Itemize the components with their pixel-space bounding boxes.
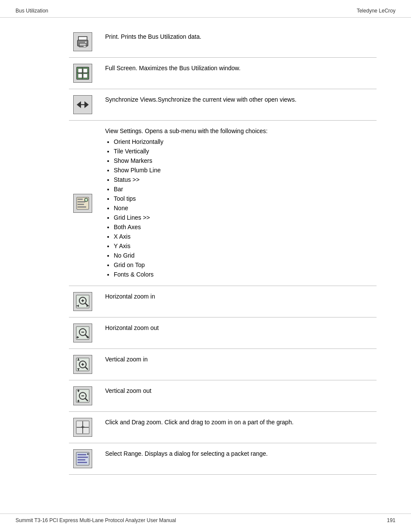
table-row: Horizontal zoom out [69, 317, 377, 349]
sub-menu-list: Orient HorizontallyTile VerticallyShow M… [114, 137, 372, 279]
header-right: Teledyne LeCroy [357, 8, 395, 14]
sub-menu-item: X Axis [114, 232, 372, 241]
table-row: Vertical zoom in [69, 349, 377, 380]
svg-rect-64 [78, 457, 88, 458]
sub-menu-item: Y Axis [114, 242, 372, 251]
sub-menu-item: Fonts & Colors [114, 270, 372, 279]
table-row: View Settings. Opens a sub-menu with the… [69, 121, 377, 286]
footer-right: 191 [387, 517, 395, 523]
icon-table: Print. Prints the Bus Utilization data. … [69, 26, 377, 475]
row-description: Horizontal zoom out [105, 324, 159, 331]
table-row: Horizontal zoom in [69, 286, 377, 317]
icon-cell-sync [69, 89, 101, 121]
sub-menu-item: Orient Horizontally [114, 137, 372, 146]
sub-menu-item: Tile Vertically [114, 147, 372, 156]
sub-menu-item: Status >> [114, 175, 372, 184]
svg-rect-20 [78, 206, 86, 208]
row-description: Vertical zoom out [105, 387, 151, 394]
svg-marker-13 [77, 101, 81, 108]
svg-text:+: + [81, 423, 84, 430]
icon-cell-settings [69, 121, 101, 286]
desc-cell-4: Horizontal zoom in [101, 286, 377, 317]
svg-rect-18 [78, 201, 85, 202]
row-description: Print. Prints the Bus Utilization data. [105, 33, 201, 40]
sub-menu-item: Bar [114, 185, 372, 194]
svg-rect-19 [78, 204, 84, 205]
icon-cell-dragzoom: + [69, 412, 101, 443]
svg-rect-7 [78, 68, 82, 73]
row-description: Synchronize Views.Synchronize the curren… [105, 96, 296, 103]
svg-rect-8 [83, 68, 87, 73]
desc-cell-0: Print. Prints the Bus Utilization data. [101, 26, 377, 58]
table-row: + Click and Drag zoom. Click and drag to… [69, 412, 377, 443]
sub-menu-item: No Grid [114, 251, 372, 260]
icon-cell-hzoomin [69, 286, 101, 317]
desc-cell-7: Vertical zoom out [101, 380, 377, 412]
footer-left: Summit T3-16 PCI Express Multi-Lane Prot… [16, 517, 176, 523]
sub-menu-item: Grid Lines >> [114, 213, 372, 222]
row-description: Select Range. Displays a dialog for sele… [105, 450, 268, 457]
desc-cell-9: Select Range. Displays a dialog for sele… [101, 443, 377, 475]
table-row: Synchronize Views.Synchronize the curren… [69, 89, 377, 121]
desc-cell-5: Horizontal zoom out [101, 317, 377, 349]
icon-cell-selectrange [69, 443, 101, 475]
main-content: Print. Prints the Bus Utilization data. … [0, 18, 411, 501]
header-left: Bus Utilization [16, 8, 48, 14]
icon-cell-hzoomout [69, 317, 101, 349]
svg-rect-3 [79, 45, 86, 46]
sub-menu-item: Show Plumb Line [114, 166, 372, 175]
svg-rect-10 [83, 74, 87, 78]
icon-cell-fullscreen [69, 58, 101, 89]
sub-menu-item: Grid on Top [114, 261, 372, 270]
desc-cell-6: Vertical zoom in [101, 349, 377, 380]
desc-cell-1: Full Screen. Maximizes the Bus Utilizati… [101, 58, 377, 89]
svg-rect-63 [78, 454, 86, 455]
row-description: Full Screen. Maximizes the Bus Utilizati… [105, 65, 240, 72]
desc-cell-2: Synchronize Views.Synchronize the curren… [101, 89, 377, 121]
svg-rect-9 [78, 74, 82, 78]
table-row: Print. Prints the Bus Utilization data. [69, 26, 377, 58]
table-row: Full Screen. Maximizes the Bus Utilizati… [69, 58, 377, 89]
row-description: View Settings. Opens a sub-menu with the… [105, 128, 268, 134]
sub-menu-item: Show Markers [114, 156, 372, 165]
sub-menu-item: Both Axes [114, 223, 372, 232]
sub-menu-item: Tool tips [114, 194, 372, 203]
svg-point-5 [85, 42, 87, 43]
row-description: Vertical zoom in [105, 356, 148, 363]
row-description: Click and Drag zoom. Click and drag to z… [105, 419, 293, 426]
svg-marker-14 [84, 101, 89, 108]
desc-cell-3: View Settings. Opens a sub-menu with the… [101, 121, 377, 286]
svg-rect-17 [78, 199, 83, 200]
icon-cell-print [69, 26, 101, 58]
icon-cell-vzoomout [69, 380, 101, 412]
table-row: Vertical zoom out [69, 380, 377, 412]
desc-cell-8: Click and Drag zoom. Click and drag to z… [101, 412, 377, 443]
table-row: Select Range. Displays a dialog for sele… [69, 443, 377, 475]
svg-rect-4 [79, 46, 84, 47]
svg-rect-66 [78, 462, 87, 463]
svg-rect-65 [78, 459, 85, 460]
icon-cell-vzoomin [69, 349, 101, 380]
row-description: Horizontal zoom in [105, 293, 155, 300]
sub-menu-item: None [114, 204, 372, 213]
